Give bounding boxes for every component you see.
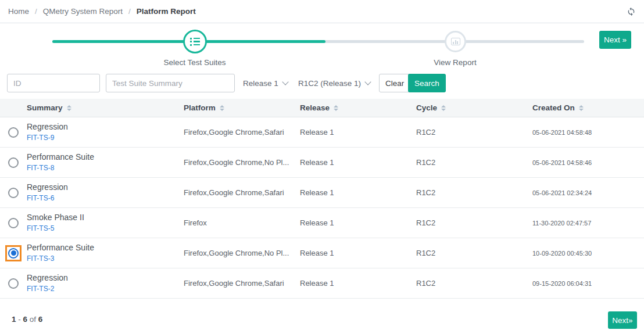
created-on-cell: 05-06-2021 04:58:48 xyxy=(532,129,637,136)
release-cell: Release 1 xyxy=(300,218,416,227)
table-body: Regression FIT-TS-9 Firefox,Google Chrom… xyxy=(0,117,644,299)
created-on-cell: 05-06-2021 04:58:46 xyxy=(532,159,637,166)
col-header-summary[interactable]: Summary xyxy=(27,103,184,112)
release-cell: Release 1 xyxy=(300,249,416,257)
radio-wrapper xyxy=(7,277,20,290)
bar-chart-icon xyxy=(451,38,460,45)
suite-id-link[interactable]: FIT-TS-3 xyxy=(27,254,54,264)
radio-wrapper xyxy=(7,126,20,139)
chevron-down-icon xyxy=(282,78,288,85)
breadcrumb-separator: / xyxy=(35,7,37,16)
cycle-cell: R1C2 xyxy=(416,128,532,137)
row-radio[interactable] xyxy=(8,248,19,259)
breadcrumb-home[interactable]: Home xyxy=(8,7,29,16)
table-row: Performance Suite FIT-TS-3 Firefox,Googl… xyxy=(0,238,644,268)
platform-cell: Firefox xyxy=(184,218,300,227)
step-label-select-test-suites: Select Test Suites xyxy=(137,58,253,67)
sort-icon xyxy=(220,105,224,111)
cycle-cell: R1C2 xyxy=(416,158,532,167)
chevron-down-icon xyxy=(364,78,371,85)
suite-summary: Regression xyxy=(27,121,184,132)
breadcrumb: Home / QMetry System Report / Platform R… xyxy=(8,7,196,16)
wizard-stepper: Select Test Suites View Report Next » xyxy=(0,24,644,74)
stepper-track xyxy=(52,40,584,43)
row-radio[interactable] xyxy=(8,278,19,289)
col-header-cycle[interactable]: Cycle xyxy=(416,103,532,112)
suite-id-link[interactable]: FIT-TS-9 xyxy=(27,133,54,143)
release-cell: Release 1 xyxy=(300,279,416,288)
ordered-list-icon xyxy=(190,38,200,46)
cycle-cell: R1C2 xyxy=(416,218,532,227)
suite-summary: Smoke Phase II xyxy=(27,212,184,223)
platform-cell: Firefox,Google Chrome,Safari xyxy=(184,279,300,288)
sort-icon xyxy=(67,105,71,111)
cycle-cell: R1C2 xyxy=(416,188,532,197)
page-range-start: 1 xyxy=(12,315,16,324)
platform-cell: Firefox,Google Chrome,No Pl... xyxy=(184,249,300,257)
clear-button[interactable]: Clear xyxy=(379,74,410,92)
platform-cell: Firefox,Google Chrome,Safari xyxy=(184,128,300,137)
breadcrumb-separator: / xyxy=(128,7,131,16)
row-radio[interactable] xyxy=(8,188,19,198)
created-on-cell: 05-06-2021 02:34:24 xyxy=(532,189,637,196)
next-button-top[interactable]: Next » xyxy=(599,31,631,49)
suite-id-link[interactable]: FIT-TS-2 xyxy=(27,284,54,294)
table-row: Regression FIT-TS-2 Firefox,Google Chrom… xyxy=(0,268,644,299)
sort-icon xyxy=(334,105,338,111)
radio-wrapper xyxy=(7,247,20,260)
test-suite-summary-input[interactable] xyxy=(106,74,235,92)
page-range-end: 6 xyxy=(23,315,28,324)
table-row: Regression FIT-TS-6 Firefox,Google Chrom… xyxy=(0,178,644,208)
step-label-view-report: View Report xyxy=(397,58,513,67)
table-row: Performance Suite FIT-TS-8 Firefox,Googl… xyxy=(0,148,644,178)
suite-id-link[interactable]: FIT-TS-5 xyxy=(27,224,54,234)
step-select-test-suites[interactable] xyxy=(183,30,207,53)
suite-id-link[interactable]: FIT-TS-6 xyxy=(27,193,54,203)
radio-wrapper xyxy=(7,186,20,199)
suite-summary: Performance Suite xyxy=(27,242,184,253)
suite-summary: Performance Suite xyxy=(27,152,184,162)
breadcrumb-qmetry-system-report[interactable]: QMetry System Report xyxy=(43,7,123,16)
breadcrumb-platform-report: Platform Report xyxy=(137,7,196,16)
release-dropdown[interactable]: Release 1 xyxy=(243,74,288,92)
id-input[interactable] xyxy=(7,74,100,92)
step-view-report[interactable] xyxy=(445,31,466,52)
suite-summary: Regression xyxy=(27,182,184,192)
next-button-bottom[interactable]: Next» xyxy=(608,311,637,329)
row-radio[interactable] xyxy=(8,157,19,168)
platform-cell: Firefox,Google Chrome,No Pl... xyxy=(184,158,300,167)
release-cell: Release 1 xyxy=(300,188,416,197)
col-header-platform[interactable]: Platform xyxy=(184,103,300,112)
filter-bar: Release 1 R1C2 (Release 1) Clear Search xyxy=(0,74,644,94)
row-radio[interactable] xyxy=(8,127,19,138)
platform-cell: Firefox,Google Chrome,Safari xyxy=(184,188,300,197)
pagination-status: 1 - 6 of 6 xyxy=(12,315,42,324)
created-on-cell: 11-30-2020 02:47:57 xyxy=(532,220,637,227)
platform-report-page: Home / QMetry System Report / Platform R… xyxy=(0,0,644,330)
release-cell: Release 1 xyxy=(300,158,416,167)
row-radio[interactable] xyxy=(8,218,19,228)
sort-icon xyxy=(441,105,446,111)
release-dropdown-value: Release 1 xyxy=(243,79,278,88)
cycle-dropdown-value: R1C2 (Release 1) xyxy=(298,79,361,88)
cycle-dropdown[interactable]: R1C2 (Release 1) xyxy=(298,74,370,92)
page-of-label: of xyxy=(30,315,36,324)
table-row: Regression FIT-TS-9 Firefox,Google Chrom… xyxy=(0,117,644,148)
breadcrumb-bar: Home / QMetry System Report / Platform R… xyxy=(0,0,644,23)
created-on-cell: 09-15-2020 06:04:31 xyxy=(532,280,637,287)
col-header-created-on[interactable]: Created On xyxy=(532,103,637,112)
table-header: Summary Platform Release Cycle Created O… xyxy=(0,99,644,117)
radio-wrapper xyxy=(7,156,20,169)
created-on-cell: 10-09-2020 00:45:30 xyxy=(532,250,637,257)
search-button[interactable]: Search xyxy=(408,74,446,92)
col-header-release[interactable]: Release xyxy=(300,103,416,112)
table-row: Smoke Phase II FIT-TS-5 Firefox Release … xyxy=(0,208,644,238)
suite-summary: Regression xyxy=(27,272,184,283)
radio-wrapper xyxy=(7,217,20,229)
release-cell: Release 1 xyxy=(300,128,416,137)
suite-id-link[interactable]: FIT-TS-8 xyxy=(27,163,54,173)
cycle-cell: R1C2 xyxy=(416,279,532,288)
cycle-cell: R1C2 xyxy=(416,249,532,257)
page-range-dash: - xyxy=(18,315,21,324)
refresh-icon[interactable] xyxy=(627,7,636,16)
